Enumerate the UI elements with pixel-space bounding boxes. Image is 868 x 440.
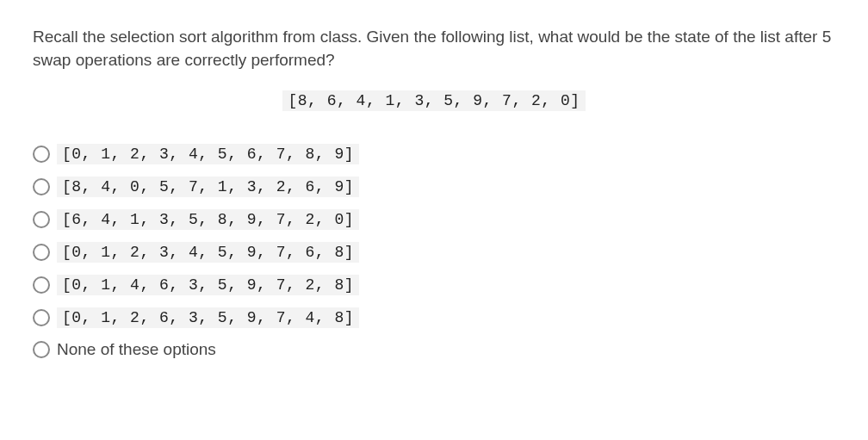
radio-icon[interactable]	[33, 276, 50, 294]
option-row[interactable]: [6, 4, 1, 3, 5, 8, 9, 7, 2, 0]	[33, 209, 835, 230]
option-row[interactable]: [0, 1, 2, 6, 3, 5, 9, 7, 4, 8]	[33, 307, 835, 328]
option-code: [0, 1, 2, 3, 4, 5, 9, 7, 6, 8]	[57, 242, 359, 263]
radio-icon[interactable]	[33, 309, 50, 326]
option-row[interactable]: [0, 1, 4, 6, 3, 5, 9, 7, 2, 8]	[33, 275, 835, 295]
given-list-code: [8, 6, 4, 1, 3, 5, 9, 7, 2, 0]	[282, 90, 585, 111]
question-text: Recall the selection sort algorithm from…	[33, 26, 835, 71]
option-row[interactable]: [8, 4, 0, 5, 7, 1, 3, 2, 6, 9]	[33, 177, 835, 197]
options-list: [0, 1, 2, 3, 4, 5, 6, 7, 8, 9] [8, 4, 0,…	[33, 144, 835, 359]
option-row[interactable]: [0, 1, 2, 3, 4, 5, 9, 7, 6, 8]	[33, 242, 835, 263]
option-code: [0, 1, 2, 3, 4, 5, 6, 7, 8, 9]	[57, 144, 359, 164]
option-code: [0, 1, 2, 6, 3, 5, 9, 7, 4, 8]	[57, 307, 359, 328]
option-code: [0, 1, 4, 6, 3, 5, 9, 7, 2, 8]	[57, 275, 359, 295]
radio-icon[interactable]	[33, 146, 50, 163]
option-row[interactable]: [0, 1, 2, 3, 4, 5, 6, 7, 8, 9]	[33, 144, 835, 164]
given-list-container: [8, 6, 4, 1, 3, 5, 9, 7, 2, 0]	[33, 90, 835, 111]
option-code: [8, 4, 0, 5, 7, 1, 3, 2, 6, 9]	[57, 177, 359, 197]
radio-icon[interactable]	[33, 211, 50, 228]
radio-icon[interactable]	[33, 244, 50, 261]
option-row[interactable]: None of these options	[33, 340, 835, 359]
radio-icon[interactable]	[33, 178, 50, 195]
option-code: [6, 4, 1, 3, 5, 8, 9, 7, 2, 0]	[57, 209, 359, 230]
radio-icon[interactable]	[33, 341, 50, 358]
option-text: None of these options	[57, 340, 216, 359]
